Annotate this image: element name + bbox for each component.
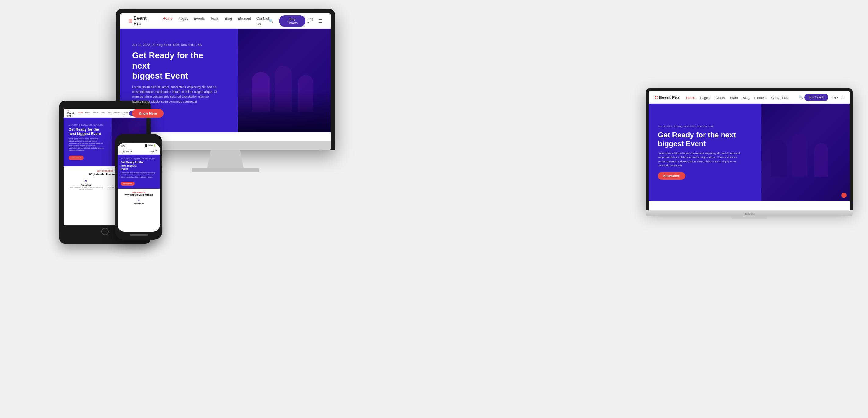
ipad-home-button[interactable] — [101, 228, 109, 235]
macbook-logo: Event Pro — [655, 95, 679, 100]
tablet-nav-pages[interactable]: Pages — [85, 112, 90, 113]
logo-icon — [128, 20, 131, 23]
macbook-concert-bg — [762, 103, 850, 201]
hero-title: Get Ready for the next biggest Event — [132, 50, 217, 81]
iphone-device: 3:41 ▌▌ WiFi 🔋 ⠿ Event Pro Eng ▾ ☰ Jun 1… — [115, 134, 162, 240]
nav-element[interactable]: Element — [238, 17, 251, 21]
imac-hero: Jun 14, 2022 | 21 King Street 1205, New … — [120, 29, 331, 132]
mb-nav-blog[interactable]: Blog — [743, 96, 749, 100]
macbook-hinge — [731, 216, 768, 219]
phone-status-bar: 3:41 ▌▌ WiFi 🔋 — [118, 143, 160, 148]
buy-tickets-button[interactable]: Buy Tickets — [279, 15, 306, 27]
networking-title: Networking — [68, 184, 103, 186]
macbook-base — [646, 210, 853, 216]
hero-description: Lorem ipsum dolor sit amet, consectetur … — [132, 85, 217, 104]
mb-hero-desc: Lorem ipsum dolor sit amet, consectetur … — [658, 151, 740, 168]
mb-nav-team[interactable]: Team — [730, 96, 738, 100]
macbook-hero-image — [762, 103, 850, 201]
tablet-hero-desc: Lorem ipsum dolor sit amet, consectetur … — [68, 138, 104, 152]
phone-signals: ▌▌ WiFi 🔋 — [145, 144, 156, 147]
networking-desc: Lorem ipsum dolor sit amet consectetur a… — [68, 186, 103, 190]
nav-events[interactable]: Events — [194, 17, 205, 21]
search-icon[interactable]: 🔍 — [269, 19, 274, 23]
mb-guitarist-1 — [770, 140, 787, 177]
tablet-nav-blog[interactable]: Blog — [108, 112, 112, 113]
phone-networking-title: Networking — [121, 203, 157, 204]
macbook-scroll-indicator[interactable] — [841, 192, 847, 198]
tablet-nav-element[interactable]: Element — [114, 112, 121, 113]
tablet-hero-date: Jun 14, 2022 | 21 King Street 1205, New … — [68, 124, 104, 126]
brand-name: Event Pro — [133, 16, 154, 27]
mb-search-icon[interactable]: 🔍 — [799, 96, 803, 99]
phone-networking-icon: ✲ — [121, 199, 157, 203]
phone-language[interactable]: Eng ▾ — [150, 150, 154, 152]
tablet-nav-events[interactable]: Events — [93, 112, 98, 113]
mb-hero-date: Jun 14, 2022 | 21 King Street 1205, New … — [658, 125, 740, 128]
iphone-home-bar[interactable] — [130, 234, 148, 236]
phone-hero-title: Get Ready for thenext biggestEvent — [121, 161, 157, 171]
nav-pages[interactable]: Pages — [178, 17, 188, 21]
imac-logo: Event Pro — [128, 16, 154, 27]
phone-hero-desc: Lorem ipsum dolor sit amet, consectetur … — [121, 172, 157, 178]
tablet-hero-content: Jun 14, 2022 | 21 King Street 1205, New … — [64, 120, 109, 164]
mb-know-more[interactable]: Know More — [658, 172, 685, 180]
macbook-nav-links: Home Pages Events Team Blog Element Cont… — [686, 95, 799, 100]
macbook-logo-icon — [655, 96, 657, 99]
mb-guitarist-3 — [814, 143, 828, 177]
nav-home[interactable]: Home — [163, 17, 173, 21]
imac-nav-links: Home Pages Events Team Blog Element Cont… — [163, 16, 269, 27]
imac-hero-image — [238, 29, 331, 132]
tablet-nav-team[interactable]: Team — [101, 112, 105, 113]
concert-background — [238, 29, 331, 132]
macbook-bezel: Event Pro Home Pages Events Team Blog El… — [646, 88, 853, 210]
hero-date: Jun 14, 2022 | 21 King Street 1205, New … — [132, 43, 217, 47]
mb-hero-title: Get Ready for the nextbiggest Event — [658, 131, 740, 148]
iphone-notch-area — [118, 138, 160, 143]
networking-icon: ✲ — [68, 179, 103, 183]
tablet-logo: ⠿ Event Pro — [67, 109, 74, 117]
concert-crowd — [238, 91, 331, 132]
macbook-device: Event Pro Home Pages Events Team Blog El… — [646, 88, 853, 219]
tablet-hero-title: Get Ready for thenext biggest Event — [68, 127, 104, 136]
nav-blog[interactable]: Blog — [225, 17, 232, 21]
mb-buy-button[interactable]: Buy Tickets — [804, 94, 828, 101]
nav-team[interactable]: Team — [211, 17, 219, 21]
iphone-screen: 3:41 ▌▌ WiFi 🔋 ⠿ Event Pro Eng ▾ ☰ Jun 1… — [118, 143, 160, 232]
iphone-bezel: 3:41 ▌▌ WiFi 🔋 ⠿ Event Pro Eng ▾ ☰ Jun 1… — [115, 134, 162, 240]
imac-navbar: Event Pro Home Pages Events Team Blog El… — [120, 13, 331, 29]
mb-nav-element[interactable]: Element — [754, 96, 766, 100]
mb-nav-home[interactable]: Home — [686, 96, 695, 100]
phone-section-title: Why should Join with us — [121, 193, 157, 196]
phone-logo: ⠿ Event Pro — [120, 150, 132, 152]
phone-navbar: ⠿ Event Pro Eng ▾ ☰ — [118, 148, 160, 155]
phone-hamburger[interactable]: ☰ — [155, 150, 157, 153]
know-more-button[interactable]: Know More — [132, 109, 163, 118]
language-selector[interactable]: Eng ▾ — [307, 17, 315, 25]
tablet-nav-home[interactable]: Home — [78, 112, 83, 113]
mb-hamburger[interactable]: ☰ — [841, 95, 844, 99]
imac-hero-content: Jun 14, 2022 | 21 King Street 1205, New … — [120, 34, 230, 127]
imac-screen: Event Pro Home Pages Events Team Blog El… — [120, 13, 331, 141]
macbook-navbar: Event Pro Home Pages Events Team Blog El… — [649, 91, 850, 103]
phone-feature-networking: ✲ Networking — [121, 199, 157, 204]
phone-white-section: WHY CHOOSE US Why should Join with us ✲ … — [118, 188, 160, 207]
hamburger-icon[interactable]: ☰ — [318, 19, 322, 24]
mb-nav-events[interactable]: Events — [714, 96, 725, 100]
phone-date: Jun 14, 2022 | 21 King Street 1205, New … — [121, 158, 157, 160]
tablet-know-more[interactable]: Know More — [68, 156, 84, 160]
imac-stand — [207, 150, 244, 168]
macbook-hero-content: Jun 14, 2022 | 21 King Street 1205, New … — [649, 118, 749, 187]
phone-hero: Jun 14, 2022 | 21 King Street 1205, New … — [118, 155, 160, 188]
mb-nav-pages[interactable]: Pages — [700, 96, 710, 100]
mb-nav-contact[interactable]: Contact Us — [771, 96, 788, 100]
mb-language[interactable]: Eng ▾ — [831, 96, 838, 99]
imac-base — [192, 168, 259, 173]
macbook-hero: Jun 14, 2022 | 21 King Street 1205, New … — [649, 103, 850, 201]
tablet-feature-networking: ✲ Networking Lorem ipsum dolor sit amet … — [68, 179, 103, 190]
nav-contact[interactable]: Contact Us — [256, 17, 269, 26]
iphone-notch — [130, 138, 148, 143]
phone-know-more[interactable]: Know More — [121, 182, 135, 185]
macbook-screen: Event Pro Home Pages Events Team Blog El… — [649, 91, 850, 210]
phone-time: 3:41 — [121, 145, 125, 147]
macbook-brand: Event Pro — [659, 95, 679, 100]
